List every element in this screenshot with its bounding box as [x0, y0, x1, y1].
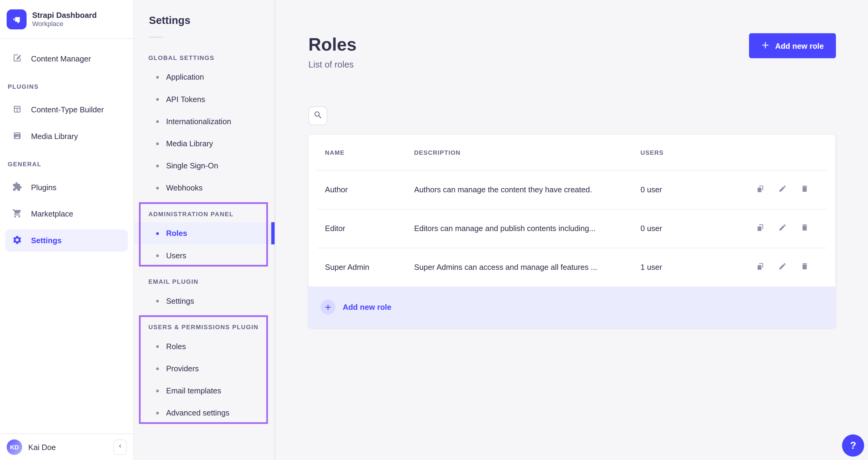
brand: Strapi Dashboard Workplace	[0, 0, 133, 39]
role-name: Editor	[325, 224, 414, 233]
subnav-section-email-plugin: EMAIL PLUGIN Settings	[134, 266, 275, 312]
sidebar-section-plugins: PLUGINS	[8, 83, 126, 90]
user-name: Kai Doe	[28, 442, 107, 451]
main-sidebar: Strapi Dashboard Workplace Content Manag…	[0, 0, 134, 460]
subnav-item-label: Single Sign-On	[166, 161, 218, 170]
subnav-item-label: Email templates	[166, 386, 221, 395]
search-button[interactable]	[308, 106, 327, 125]
subnav-section-users-permissions-plugin: USERS & PERMISSIONS PLUGIN Roles Provide…	[134, 312, 275, 424]
subnav-item-email-templates[interactable]: Email templates	[134, 379, 275, 402]
subnav-item-label: Providers	[166, 364, 199, 373]
table-row[interactable]: Editor Editors can manage and publish co…	[308, 209, 835, 248]
bullet-icon	[156, 76, 159, 79]
edit-icon	[778, 262, 786, 272]
column-header-name: NAME	[325, 149, 414, 156]
bullet-icon	[156, 367, 159, 370]
subnav-section-administration-panel: ADMINISTRATION PANEL Roles Users	[134, 199, 275, 266]
sidebar-item-label: Content-Type Builder	[31, 105, 104, 114]
table-row[interactable]: Super Admin Super Admins can access and …	[308, 248, 835, 286]
pen-icon	[12, 53, 22, 64]
subnav-item-internationalization[interactable]: Internationalization	[134, 110, 275, 132]
delete-button[interactable]	[801, 224, 809, 232]
duplicate-button[interactable]	[756, 185, 765, 194]
search-icon	[313, 110, 322, 121]
subnav-item-roles[interactable]: Roles	[134, 222, 275, 245]
role-name: Super Admin	[325, 263, 414, 271]
edit-button[interactable]	[778, 224, 786, 232]
gear-icon	[12, 235, 22, 246]
subnav-item-providers[interactable]: Providers	[134, 357, 275, 379]
role-name: Author	[325, 185, 414, 194]
cart-icon	[12, 208, 22, 220]
table-row[interactable]: Author Authors can manage the content th…	[308, 170, 835, 209]
avatar: KD	[7, 439, 22, 455]
help-button[interactable]: ?	[842, 435, 864, 457]
edit-icon	[778, 184, 786, 194]
sidebar-item-settings[interactable]: Settings	[5, 230, 128, 252]
subnav-section-global-settings: GLOBAL SETTINGS Application API Tokens I…	[134, 37, 275, 199]
bullet-icon	[156, 98, 159, 100]
subnav-item-advanced-settings[interactable]: Advanced settings	[134, 402, 275, 424]
subnav-item-email-settings[interactable]: Settings	[134, 290, 275, 312]
subnav-section-label: USERS & PERMISSIONS PLUGIN	[148, 324, 274, 330]
sidebar-item-label: Content Manager	[31, 54, 91, 63]
sidebar-item-marketplace[interactable]: Marketplace	[5, 203, 128, 225]
bullet-icon	[156, 389, 159, 392]
sidebar-item-plugins[interactable]: Plugins	[5, 176, 128, 198]
collapse-sidebar-button[interactable]	[114, 439, 127, 455]
subnav-item-label: API Tokens	[166, 95, 205, 104]
subnav-item-single-sign-on[interactable]: Single Sign-On	[134, 155, 275, 177]
subnav-item-application[interactable]: Application	[134, 66, 275, 88]
bullet-icon	[156, 411, 159, 414]
subnav-section-label: GLOBAL SETTINGS	[148, 54, 274, 61]
plus-circle-icon	[320, 299, 335, 314]
add-new-role-button[interactable]: Add new role	[749, 33, 836, 58]
delete-button[interactable]	[801, 185, 809, 194]
edit-icon	[778, 223, 786, 233]
brand-subtitle: Workplace	[32, 20, 97, 28]
subnav-item-label: Roles	[166, 229, 187, 238]
role-description: Super Admins can access and manage all f…	[414, 263, 641, 271]
duplicate-button[interactable]	[756, 263, 765, 271]
role-description: Editors can manage and publish contents …	[414, 224, 641, 233]
chevron-left-icon	[117, 443, 123, 451]
subnav-item-label: Media Library	[166, 139, 213, 148]
app: Strapi Dashboard Workplace Content Manag…	[0, 0, 868, 460]
sidebar-item-label: Settings	[31, 236, 61, 245]
table-add-new-role[interactable]: Add new role	[308, 286, 835, 327]
subnav-item-up-roles[interactable]: Roles	[134, 335, 275, 357]
subnav-item-users[interactable]: Users	[134, 245, 275, 266]
sidebar-item-label: Media Library	[31, 132, 78, 141]
main-content: Roles List of roles Add new role NAME DE…	[275, 0, 868, 460]
subnav-item-label: Internationalization	[166, 117, 231, 126]
strapi-logo-icon	[7, 9, 27, 29]
subnav-item-label: Settings	[166, 296, 194, 305]
sidebar-item-content-type-builder[interactable]: Content-Type Builder	[5, 99, 128, 121]
role-users-count: 0 user	[641, 185, 756, 194]
picture-icon	[12, 131, 22, 142]
subnav-item-label: Roles	[166, 342, 186, 351]
page-title: Roles	[308, 34, 356, 55]
subnav-item-api-tokens[interactable]: API Tokens	[134, 88, 275, 110]
bullet-icon	[156, 165, 159, 167]
sidebar-nav: Content Manager PLUGINS Content-Type Bui…	[0, 48, 133, 251]
sidebar-section-general: GENERAL	[8, 161, 126, 168]
sidebar-item-content-manager[interactable]: Content Manager	[5, 48, 128, 70]
table-header-row: NAME DESCRIPTION USERS	[308, 135, 835, 170]
bullet-icon	[156, 186, 159, 189]
subnav-item-webhooks[interactable]: Webhooks	[134, 177, 275, 199]
delete-button[interactable]	[801, 263, 809, 271]
duplicate-button[interactable]	[756, 224, 765, 232]
brand-title: Strapi Dashboard	[32, 10, 97, 20]
edit-button[interactable]	[778, 263, 786, 271]
subnav-item-media-library[interactable]: Media Library	[134, 132, 275, 154]
sidebar-item-media-library[interactable]: Media Library	[5, 125, 128, 147]
duplicate-icon	[756, 223, 765, 233]
edit-button[interactable]	[778, 185, 786, 194]
layout-grid-icon	[12, 104, 22, 115]
settings-subnav: Settings GLOBAL SETTINGS Application API…	[134, 0, 275, 460]
subnav-item-label: Webhooks	[166, 183, 203, 192]
bullet-icon	[156, 120, 159, 123]
bullet-icon	[156, 142, 159, 145]
duplicate-icon	[756, 262, 765, 272]
